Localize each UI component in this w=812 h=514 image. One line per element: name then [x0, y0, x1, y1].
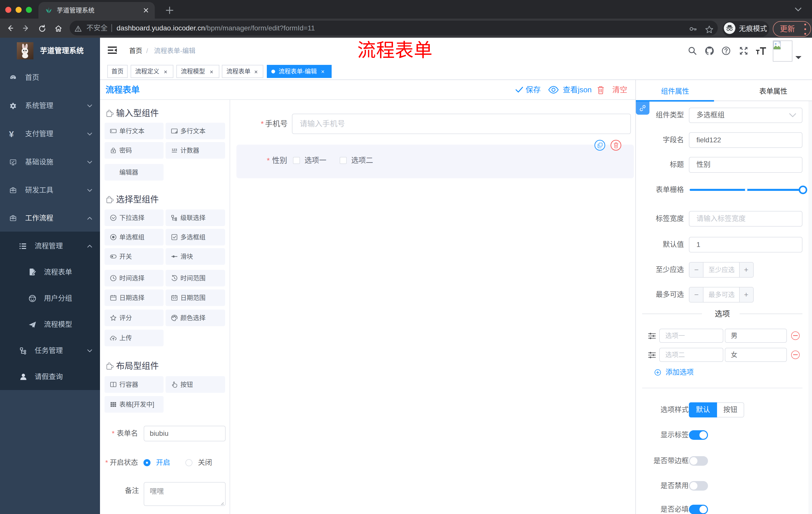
svg-text:123: 123 — [172, 148, 177, 152]
